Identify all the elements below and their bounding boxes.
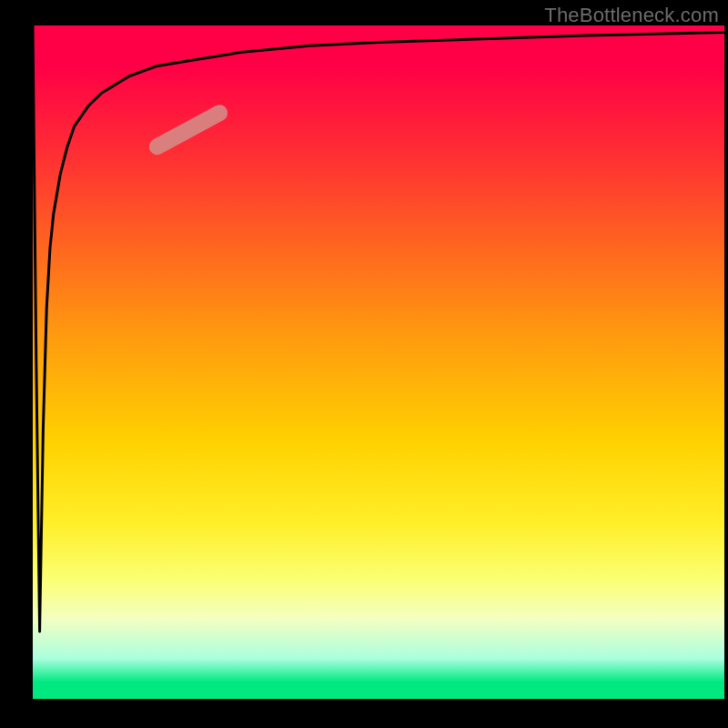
watermark-text: TheBottleneck.com (544, 4, 719, 27)
curve-layer (33, 25, 724, 699)
plot-area (33, 25, 724, 699)
chart-frame: TheBottleneck.com (0, 0, 728, 728)
bottleneck-curve (33, 25, 724, 632)
highlight-marker (157, 113, 219, 147)
